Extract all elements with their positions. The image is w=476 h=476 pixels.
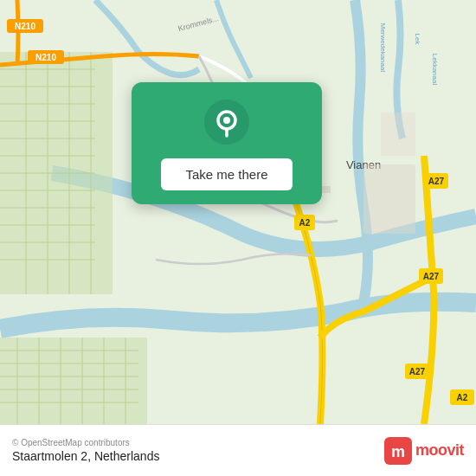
moovit-logo: m moovit bbox=[384, 437, 464, 465]
svg-rect-50 bbox=[381, 113, 415, 156]
svg-text:m: m bbox=[391, 443, 405, 460]
svg-text:Lek: Lek bbox=[414, 34, 421, 46]
moovit-brand-text: moovit bbox=[415, 441, 464, 460]
svg-text:Merwedekanaal: Merwedekanaal bbox=[379, 23, 387, 73]
svg-point-55 bbox=[223, 117, 230, 124]
copyright-text: © OpenStreetMap contributors bbox=[12, 438, 159, 447]
location-name: Staartmolen 2, Netherlands bbox=[12, 449, 159, 463]
svg-text:N210: N210 bbox=[35, 53, 56, 62]
footer: © OpenStreetMap contributors Staartmolen… bbox=[0, 424, 476, 476]
location-card[interactable]: Take me there bbox=[132, 82, 322, 204]
map-container: N210 N210 A2 A27 A27 A27 A2 Vianen Kromm… bbox=[0, 0, 476, 424]
svg-text:A2: A2 bbox=[299, 218, 311, 228]
svg-text:A27: A27 bbox=[428, 177, 445, 186]
footer-info: © OpenStreetMap contributors Staartmolen… bbox=[12, 438, 159, 463]
svg-text:N210: N210 bbox=[15, 22, 35, 31]
svg-text:A2: A2 bbox=[457, 393, 468, 402]
moovit-icon: m bbox=[384, 437, 412, 465]
take-me-there-button[interactable]: Take me there bbox=[161, 158, 292, 190]
svg-text:A27: A27 bbox=[409, 367, 426, 376]
svg-text:A27: A27 bbox=[423, 272, 440, 281]
svg-rect-49 bbox=[363, 164, 415, 234]
location-pin-icon bbox=[204, 100, 249, 145]
svg-text:Lekkanaal: Lekkanaal bbox=[431, 54, 439, 86]
map-svg: N210 N210 A2 A27 A27 A27 A2 Vianen Kromm… bbox=[0, 0, 476, 424]
